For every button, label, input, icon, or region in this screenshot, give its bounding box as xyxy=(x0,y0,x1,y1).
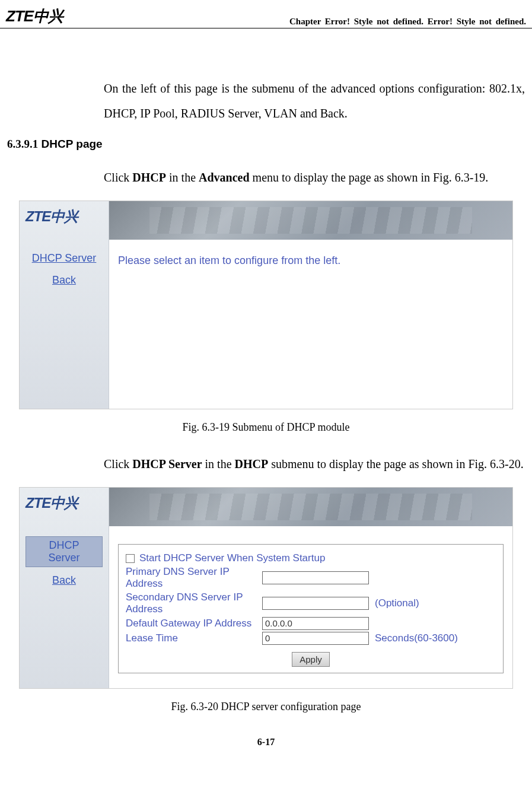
apply-button[interactable]: Apply xyxy=(292,652,330,667)
primary-dns-label: Primary DNS Server IP Address xyxy=(126,566,262,590)
section-number: 6.3.9.1 xyxy=(7,138,38,150)
page-number: 6-17 xyxy=(7,737,525,759)
sidebar-link-dhcp-server[interactable]: DHCP Server xyxy=(20,250,109,267)
sidebar-link-dhcp-server-active[interactable]: DHCP Server xyxy=(26,536,103,567)
screenshot1-logo: ZTE中兴 xyxy=(20,201,109,232)
gateway-label: Default Gateway IP Address xyxy=(126,618,262,629)
screenshot2-sidebar: ZTE中兴 DHCP Server Back xyxy=(20,488,109,688)
section-heading: 6.3.9.1 DHCP page xyxy=(7,138,525,151)
screenshot1-banner-image xyxy=(109,201,512,240)
intro-paragraph: On the left of this page is the submenu … xyxy=(104,76,525,126)
figure-1-screenshot: ZTE中兴 DHCP Server Back Please select an … xyxy=(19,201,513,409)
lease-time-label: Lease Time xyxy=(126,632,262,644)
section-title: DHCP page xyxy=(42,138,103,150)
start-dhcp-label: Start DHCP Server When System Startup xyxy=(139,552,496,564)
click-instruction-1: Click DHCP in the Advanced menu to displ… xyxy=(104,165,525,190)
screenshot2-main: Start DHCP Server When System Startup Pr… xyxy=(109,488,512,688)
primary-dns-input[interactable] xyxy=(262,571,369,584)
sidebar-link-back[interactable]: Back xyxy=(20,272,109,289)
secondary-dns-input[interactable] xyxy=(262,597,369,610)
click-instruction-2: Click DHCP Server in the DHCP submenu to… xyxy=(104,451,525,476)
page-header: ZTE中兴 Chapter Error! Style not defined. … xyxy=(0,0,532,28)
start-dhcp-checkbox[interactable] xyxy=(126,554,135,563)
sidebar-link-back[interactable]: Back xyxy=(20,572,109,589)
screenshot1-main: Please select an item to configure from … xyxy=(109,201,512,409)
screenshot1-prompt-text: Please select an item to configure from … xyxy=(118,255,504,267)
gateway-input[interactable]: 0.0.0.0 xyxy=(262,617,369,630)
screenshot1-sidebar: ZTE中兴 DHCP Server Back xyxy=(20,201,109,409)
secondary-dns-label: Secondary DNS Server IP Address xyxy=(126,591,262,615)
secondary-dns-suffix: (Optional) xyxy=(375,597,419,609)
header-logo: ZTE中兴 xyxy=(6,6,63,27)
figure-2-caption: Fig. 6.3-20 DHCP server configuration pa… xyxy=(7,701,525,713)
header-chapter-text: Chapter Error! Style not defined. Error!… xyxy=(289,17,526,27)
lease-time-suffix: Seconds(60-3600) xyxy=(375,632,458,644)
page-content: On the left of this page is the submenu … xyxy=(0,28,532,759)
lease-time-input[interactable]: 0 xyxy=(262,632,369,645)
figure-1-caption: Fig. 6.3-19 Submenu of DHCP module xyxy=(7,421,525,434)
dhcp-server-form: Start DHCP Server When System Startup Pr… xyxy=(118,544,504,673)
screenshot2-logo: ZTE中兴 xyxy=(20,488,109,518)
screenshot2-banner-image xyxy=(109,488,512,526)
figure-2-screenshot: ZTE中兴 DHCP Server Back Start DHCP Server… xyxy=(19,487,513,689)
